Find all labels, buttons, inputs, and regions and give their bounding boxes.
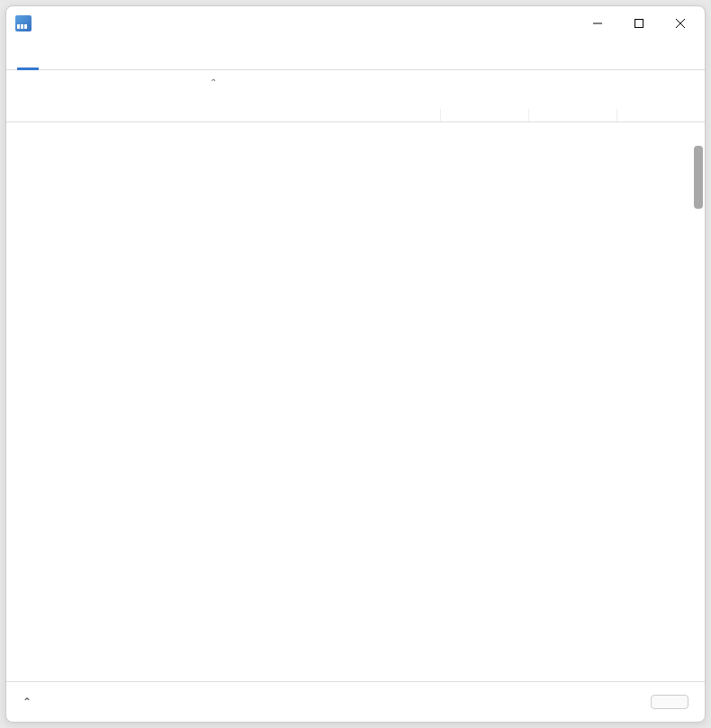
footer: ⌃ <box>6 681 705 722</box>
sort-indicator-icon: ⌃ <box>210 77 217 87</box>
maximize-button[interactable] <box>618 9 660 38</box>
end-task-button[interactable] <box>651 695 688 709</box>
tab-users[interactable] <box>104 51 125 69</box>
titlebar <box>6 6 705 40</box>
menubar <box>6 40 705 51</box>
process-list[interactable] <box>6 122 705 681</box>
tab-details[interactable] <box>125 51 147 69</box>
close-button[interactable] <box>660 9 701 38</box>
fewer-details-button[interactable]: ⌃ <box>22 696 40 708</box>
column-name[interactable] <box>6 114 440 121</box>
column-headers: ⌃ <box>6 70 705 122</box>
group-background-processes <box>6 122 705 140</box>
tab-processes[interactable] <box>17 51 39 70</box>
svg-rect-1 <box>635 20 644 28</box>
app-icon <box>15 15 32 31</box>
task-manager-window: ⌃ ⌃ <box>5 5 706 723</box>
tab-app-history[interactable] <box>60 51 82 69</box>
tab-services[interactable] <box>147 51 168 69</box>
column-disk[interactable] <box>616 109 705 121</box>
scrollbar-thumb[interactable] <box>694 146 703 209</box>
tab-performance[interactable] <box>39 51 60 69</box>
chevron-up-icon: ⌃ <box>22 696 32 708</box>
column-memory[interactable] <box>528 109 616 121</box>
tabbar <box>6 51 705 70</box>
minimize-button[interactable] <box>577 9 618 38</box>
window-controls <box>577 9 701 38</box>
tab-startup[interactable] <box>82 51 104 69</box>
column-cpu[interactable] <box>440 109 528 121</box>
